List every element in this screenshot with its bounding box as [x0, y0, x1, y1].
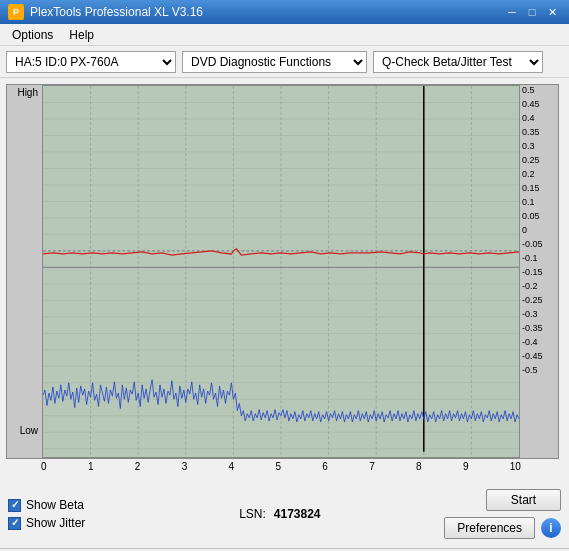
show-beta-checkbox[interactable]: ✓ [8, 499, 21, 512]
bottom-panel: ✓ Show Beta ✓ Show Jitter LSN: 4173824 S… [0, 478, 569, 548]
x-label-6: 6 [322, 461, 328, 472]
chart-svg [43, 86, 519, 457]
close-button[interactable]: ✕ [543, 4, 561, 20]
y-label-04: 0.4 [522, 113, 535, 123]
show-jitter-label: Show Jitter [26, 516, 85, 530]
low-label: Low [20, 425, 38, 436]
x-label-9: 9 [463, 461, 469, 472]
bottom-left: ✓ Show Beta ✓ Show Jitter [8, 498, 85, 530]
x-label-2: 2 [135, 461, 141, 472]
lsn-value: 4173824 [274, 507, 321, 521]
y-label-n01: -0.1 [522, 253, 538, 263]
chart-container: High Low [6, 84, 559, 459]
y-label-05: 0.5 [522, 85, 535, 95]
y-label-n015: -0.15 [522, 267, 543, 277]
checkmark-jitter: ✓ [11, 518, 19, 528]
y-label-0: 0 [522, 225, 527, 235]
checkmark: ✓ [11, 500, 19, 510]
y-label-005: 0.05 [522, 211, 540, 221]
y-axis-right: 0.5 0.45 0.4 0.35 0.3 0.25 0.2 0.15 0.1 … [520, 85, 558, 458]
y-label-n02: -0.2 [522, 281, 538, 291]
maximize-button[interactable]: □ [523, 4, 541, 20]
y-label-n03: -0.3 [522, 309, 538, 319]
function-select[interactable]: DVD Diagnostic Functions [182, 51, 367, 73]
high-label: High [17, 87, 38, 98]
x-axis: 0 1 2 3 4 5 6 7 8 9 10 [41, 459, 521, 472]
x-label-10: 10 [510, 461, 521, 472]
menu-help[interactable]: Help [61, 26, 102, 44]
x-label-4: 4 [229, 461, 235, 472]
y-axis-left: High Low [7, 85, 42, 458]
title-bar-left: P PlexTools Professional XL V3.16 [8, 4, 203, 20]
window-controls: ─ □ ✕ [503, 4, 561, 20]
bottom-right: Start Preferences i [444, 489, 561, 539]
lsn-area: LSN: 4173824 [239, 507, 320, 521]
y-label-n045: -0.45 [522, 351, 543, 361]
y-label-035: 0.35 [522, 127, 540, 137]
y-label-n025: -0.25 [522, 295, 543, 305]
app-title: PlexTools Professional XL V3.16 [30, 5, 203, 19]
start-button[interactable]: Start [486, 489, 561, 511]
preferences-button[interactable]: Preferences [444, 517, 535, 539]
x-label-0: 0 [41, 461, 47, 472]
drive-select[interactable]: HA:5 ID:0 PX-760A [6, 51, 176, 73]
app-icon: P [8, 4, 24, 20]
info-icon[interactable]: i [541, 518, 561, 538]
menu-options[interactable]: Options [4, 26, 61, 44]
y-label-025: 0.25 [522, 155, 540, 165]
show-jitter-checkbox[interactable]: ✓ [8, 517, 21, 530]
show-jitter-row: ✓ Show Jitter [8, 516, 85, 530]
main-area: High Low [0, 78, 569, 478]
y-label-n005: -0.05 [522, 239, 543, 249]
toolbar: HA:5 ID:0 PX-760A DVD Diagnostic Functio… [0, 46, 569, 78]
y-label-015: 0.15 [522, 183, 540, 193]
preferences-row: Preferences i [444, 517, 561, 539]
minimize-button[interactable]: ─ [503, 4, 521, 20]
show-beta-label: Show Beta [26, 498, 84, 512]
lsn-label: LSN: [239, 507, 266, 521]
x-label-5: 5 [275, 461, 281, 472]
x-label-7: 7 [369, 461, 375, 472]
y-label-03: 0.3 [522, 141, 535, 151]
y-label-n04: -0.4 [522, 337, 538, 347]
title-bar: P PlexTools Professional XL V3.16 ─ □ ✕ [0, 0, 569, 24]
x-label-8: 8 [416, 461, 422, 472]
y-label-02: 0.2 [522, 169, 535, 179]
x-label-3: 3 [182, 461, 188, 472]
test-select[interactable]: Q-Check Beta/Jitter Test [373, 51, 543, 73]
y-label-n05: -0.5 [522, 365, 538, 375]
y-label-01: 0.1 [522, 197, 535, 207]
chart-plot [42, 85, 520, 458]
y-label-n035: -0.35 [522, 323, 543, 333]
x-label-1: 1 [88, 461, 94, 472]
menu-bar: Options Help [0, 24, 569, 46]
y-label-045: 0.45 [522, 99, 540, 109]
show-beta-row: ✓ Show Beta [8, 498, 85, 512]
